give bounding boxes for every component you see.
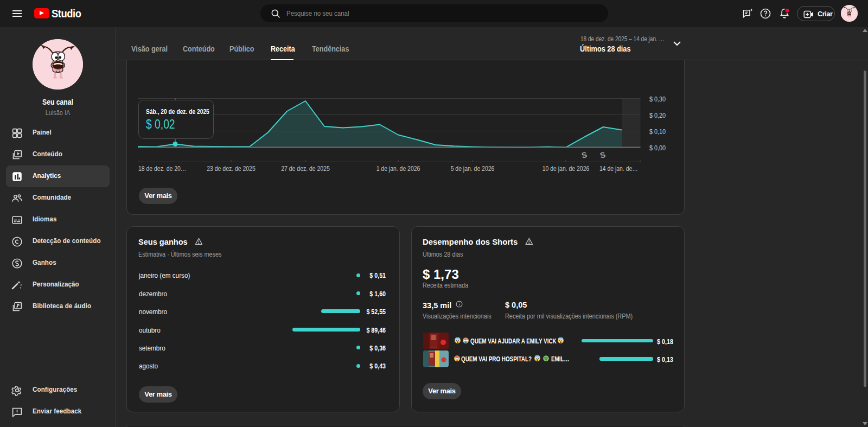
svg-text:S: S xyxy=(599,150,607,160)
svg-text:S: S xyxy=(580,150,588,160)
